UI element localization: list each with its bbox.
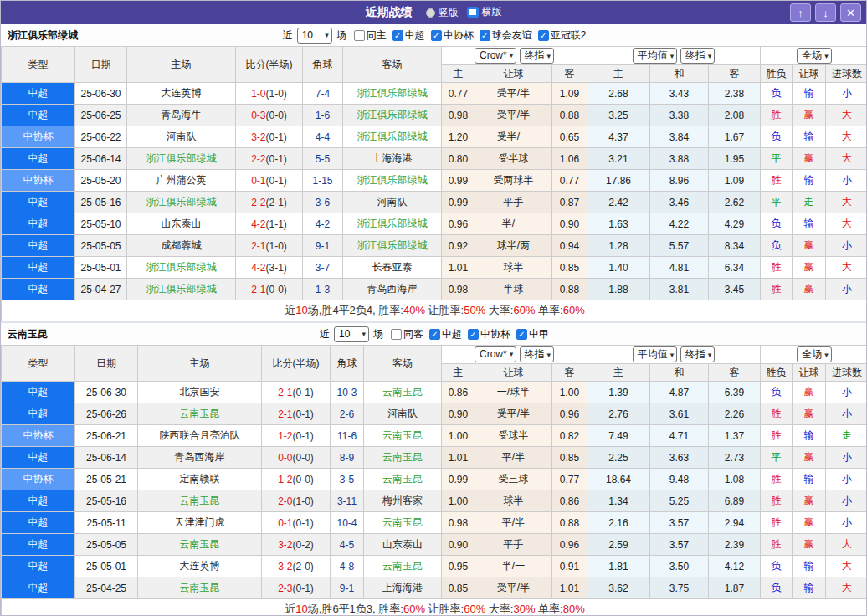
winloss-result: 负 <box>761 235 793 257</box>
crow-handicap: 平手 <box>475 534 552 556</box>
filter-checkbox[interactable]: ✓中超 <box>392 28 425 43</box>
crow-away-odds: 0.88 <box>552 512 587 534</box>
close-button[interactable]: ✕ <box>840 3 861 22</box>
team-filter-bar: 浙江俱乐部绿城 近10▾场同主✓中超✓中协杯✓球会友谊✓亚冠联2 <box>1 24 866 46</box>
crow-home-odds: 1.00 <box>442 425 475 447</box>
league-cell: 中超 <box>2 578 75 599</box>
crow-home-odds: 0.98 <box>442 512 475 534</box>
filter-checkbox[interactable]: ✓中甲 <box>516 327 549 341</box>
halftime-score: (2-1) <box>266 197 287 208</box>
filter-checkbox[interactable]: ✓球会友谊 <box>480 28 532 43</box>
corners-cell: 10-3 <box>331 382 364 403</box>
avg-home-odds: 1.34 <box>587 490 650 512</box>
away-team-cell: 山东泰山 <box>364 534 442 556</box>
halftime-score: (1-0) <box>266 88 287 100</box>
crow-handicap: 球半 <box>475 257 552 279</box>
filter-checkbox[interactable]: ✓中协杯 <box>468 327 510 341</box>
goals-result: 小 <box>826 447 867 469</box>
date-cell: 25-05-05 <box>75 235 127 257</box>
scroll-up-button[interactable]: ↑ <box>790 3 811 22</box>
avg-draw-odds: 3.38 <box>650 105 709 126</box>
away-team-cell: 青岛西海岸 <box>343 279 442 300</box>
crow-handicap: 平手 <box>475 192 552 213</box>
winloss-result: 胜 <box>761 490 793 512</box>
bookmaker-select[interactable]: Crow*▾ <box>475 48 516 64</box>
bookmaker-select-value: Crow* <box>480 49 507 61</box>
match-count-select[interactable]: 10▾ <box>297 28 332 44</box>
layout-radio-option[interactable]: 竖版 <box>426 6 459 20</box>
checkbox-icon[interactable]: ✓ <box>516 329 527 340</box>
subcol-crow-handicap: 让球 <box>475 65 552 83</box>
checkbox-icon[interactable]: ✓ <box>431 30 442 41</box>
bookmaker-select[interactable]: Crow*▾ <box>475 346 516 362</box>
checkbox-icon[interactable]: ✓ <box>392 30 403 41</box>
crow-home-odds: 0.90 <box>442 534 475 556</box>
score-cell: 3-2(0-2) <box>262 534 331 556</box>
checkbox-icon[interactable]: ✓ <box>468 329 479 340</box>
scope-select[interactable]: 全场▾ <box>797 48 832 64</box>
filter-checkbox[interactable]: 同主 <box>354 28 387 43</box>
goals-result: 大 <box>826 578 867 599</box>
home-team-cell: 大连英博 <box>138 556 262 578</box>
match-row: 中超25-06-25青岛海牛0-3(0-0)1-6浙江俱乐部绿城0.98受平/半… <box>2 105 867 126</box>
col-header-corners: 角球 <box>331 346 364 382</box>
filter-checkbox[interactable]: ✓中协杯 <box>431 28 474 43</box>
layout-radio-option[interactable]: 横版 <box>467 5 502 19</box>
goals-result: 大 <box>826 148 867 170</box>
checkbox-icon[interactable]: ✓ <box>538 30 549 41</box>
goals-result: 小 <box>826 170 867 192</box>
odds-time-select[interactable]: 终指▾ <box>520 346 555 362</box>
league-cell: 中超 <box>2 534 75 556</box>
filter-checkbox[interactable]: ✓亚冠联2 <box>538 28 587 43</box>
checkbox-label: 同客 <box>403 327 423 341</box>
filter-checkbox[interactable]: ✓中超 <box>429 327 462 341</box>
recent-results-panel: 近期战绩 竖版横版 ↑ ↓ ✕ 浙江俱乐部绿城 近10▾场同主✓中超✓中协杯✓球… <box>0 0 867 616</box>
league-cell: 中超 <box>2 403 75 425</box>
match-row: 中超25-05-11天津津门虎0-1(0-1)10-4云南玉昆0.98平/半0.… <box>2 512 867 534</box>
games-label: 场 <box>336 28 346 43</box>
crow-home-odds: 0.98 <box>442 105 475 126</box>
avg-odds-time-select[interactable]: 终指▾ <box>680 48 716 64</box>
goals-result: 小 <box>826 279 867 300</box>
odds-time-select[interactable]: 终指▾ <box>520 48 555 64</box>
checkbox-label: 中超 <box>442 327 462 341</box>
checkbox-icon[interactable] <box>391 329 402 340</box>
home-team-cell: 定南赣联 <box>138 469 262 490</box>
checkbox-icon[interactable]: ✓ <box>429 329 440 340</box>
handicap-result: 赢 <box>793 512 826 534</box>
crow-home-odds: 0.95 <box>442 556 475 578</box>
avg-home-odds: 4.37 <box>587 126 650 148</box>
goals-result: 小 <box>826 235 867 257</box>
winloss-result: 胜 <box>761 512 793 534</box>
match-count-select[interactable]: 10▾ <box>334 326 369 342</box>
handicap-result: 赢 <box>793 382 826 403</box>
filter-checkbox[interactable]: 同客 <box>391 327 423 341</box>
match-row: 中超25-06-14青岛西海岸0-0(0-0)8-9云南玉昆1.01平/半0.8… <box>2 447 867 469</box>
scroll-down-button[interactable]: ↓ <box>815 3 836 22</box>
away-team-cell: 浙江俱乐部绿城 <box>343 105 442 126</box>
avg-home-odds: 1.28 <box>587 235 650 257</box>
checkbox-icon[interactable] <box>354 30 365 41</box>
handicap-result: 赢 <box>793 447 826 469</box>
average-select[interactable]: 平均值▾ <box>633 48 678 64</box>
avg-draw-odds: 3.57 <box>650 512 709 534</box>
corners-cell: 1-6 <box>303 105 343 126</box>
corners-cell: 10-4 <box>331 512 364 534</box>
avg-odds-time-select[interactable]: 终指▾ <box>680 346 716 362</box>
crow-handicap: 球半 <box>475 490 552 512</box>
crow-handicap: 受平/半 <box>475 578 552 599</box>
scope-select[interactable]: 全场▾ <box>797 346 832 362</box>
crow-away-odds: 0.88 <box>552 279 587 300</box>
average-select[interactable]: 平均值▾ <box>633 346 678 362</box>
crow-home-odds: 0.80 <box>442 148 475 170</box>
average-select-value: 平均值 <box>638 347 668 362</box>
checkbox-icon[interactable]: ✓ <box>480 30 490 41</box>
avg-away-odds: 2.38 <box>709 83 761 105</box>
corners-cell: 8-9 <box>331 447 364 469</box>
fulltime-score: 3-2 <box>251 131 265 143</box>
corners-cell: 7-4 <box>303 83 343 105</box>
crow-away-odds: 0.94 <box>552 235 587 257</box>
winloss-result: 负 <box>761 578 793 599</box>
crow-home-odds: 0.77 <box>442 83 475 105</box>
team-name: 云南玉昆 <box>8 327 48 341</box>
